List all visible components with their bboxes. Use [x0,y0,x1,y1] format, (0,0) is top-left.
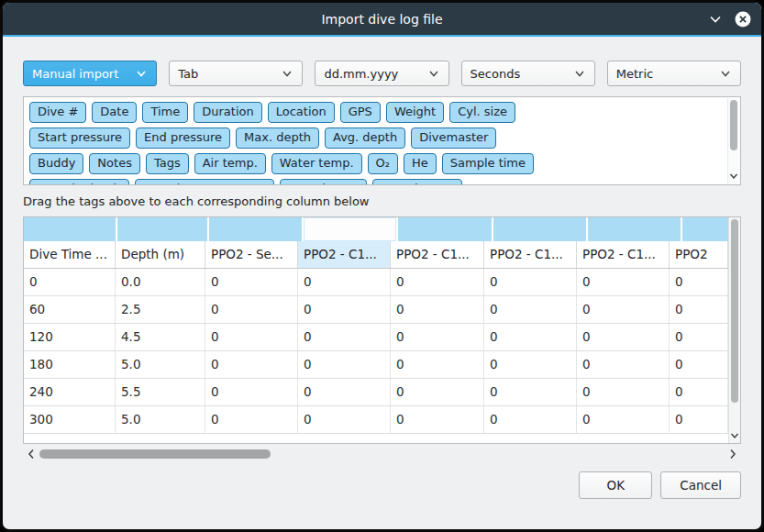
table-cell: 0 [484,406,577,433]
column-dropzone[interactable] [682,217,728,241]
drag-tag[interactable]: Max. depth [236,127,319,149]
column-dropzone[interactable] [304,217,396,241]
table-cell: 0 [298,379,391,405]
duration-format-select[interactable]: Seconds [461,61,595,86]
table-cell: 4.5 [116,324,205,350]
table-body: 00.0000000602.50000001204.50000001805.00… [24,269,728,434]
table-cell: 300 [24,406,116,433]
column-dropzone[interactable] [117,217,207,241]
table-cell: 5.0 [116,351,205,378]
table-row: 2405.5000000 [24,379,728,406]
table-row: 00.0000000 [24,269,728,296]
table-cell: 120 [24,324,116,350]
table-columns-area: Dive Time ...Depth (m)PPO2 - Se...PPO2 -… [24,217,728,443]
table-cell: 0 [391,351,484,378]
table-vscrollbar[interactable] [728,217,740,443]
table-cell: 0 [670,406,728,433]
scroll-right-button[interactable] [726,447,739,461]
table-cell: 0 [670,379,728,405]
chevron-down-icon [573,67,586,80]
scroll-down-button[interactable] [729,429,740,442]
combo-label: dd.mm.yyyy [324,67,398,81]
drag-tag[interactable]: Avg. depth [325,127,405,149]
drag-tag[interactable]: Weight [386,102,444,123]
table-cell: 0.0 [116,269,205,295]
drag-tag[interactable]: Buddy [29,153,83,174]
scrollbar-thumb[interactable] [730,100,737,150]
shade-button[interactable] [708,12,723,27]
table-cell: 0 [298,324,391,350]
column-dropzone[interactable] [24,217,116,241]
ok-button[interactable]: OK [579,471,652,499]
import-options-row: Manual import Tab dd.mm.yyyy Seconds [23,61,741,86]
drag-tag[interactable]: O₂ [368,153,398,174]
column-dropzone[interactable] [209,217,302,241]
scroll-down-button[interactable] [728,170,739,183]
scrollbar-thumb[interactable] [39,449,271,459]
column-header: PPO2 - C1... [484,241,577,268]
drag-tag[interactable]: He [404,153,437,174]
table-cell: 2.5 [116,296,205,323]
cancel-button[interactable]: Cancel [660,471,741,499]
close-button[interactable] [734,10,752,28]
drag-tag[interactable]: Start pressure [29,127,130,149]
scrollbar-thumb[interactable] [731,219,738,403]
titlebar-controls [708,3,752,35]
table-cell: 0 [298,296,391,323]
preview-table: Dive Time ...Depth (m)PPO2 - Se...PPO2 -… [23,216,741,444]
drag-tag[interactable]: Dive # [29,102,86,123]
drag-tag[interactable]: GPS [340,102,381,123]
window-title: Import dive log file [321,12,442,27]
combo-label: Metric [616,67,653,81]
drag-tag[interactable]: Sample temperature [135,179,275,184]
chevron-right-icon [729,449,736,460]
column-dropzone[interactable] [588,217,681,241]
combo-label: Tab [178,67,198,81]
units-select[interactable]: Metric [607,61,741,86]
column-dropzone[interactable] [398,217,492,241]
dialog-content: Manual import Tab dd.mm.yyyy Seconds [3,37,761,529]
table-cell: 0 [577,406,670,433]
table-cell: 240 [24,379,116,405]
tags-scrollbar[interactable] [727,98,739,183]
table-cell: 0 [298,406,391,433]
table-cell: 0 [391,324,484,350]
drag-tag[interactable]: Sample time [442,153,534,174]
drag-tag[interactable]: Tags [146,153,189,174]
table-cell: 0 [670,324,728,350]
dropzone-row [24,217,728,241]
drag-tag[interactable]: Notes [89,153,140,174]
scroll-left-button[interactable] [25,447,38,461]
table-cell: 0 [298,269,391,295]
drag-tag[interactable]: Water temp. [271,153,362,174]
tag-panel: Dive #DateTimeDurationLocationGPSWeightC… [23,96,741,185]
table-cell: 0 [391,379,484,405]
import-mode-select[interactable]: Manual import [23,61,157,86]
drag-tag[interactable]: Sample CNS [372,179,462,184]
column-dropzone[interactable] [493,217,586,241]
table-cell: 5.5 [116,379,205,405]
drag-tag[interactable]: Divemaster [411,127,496,149]
chevron-down-icon [719,67,732,80]
table-hscrollbar[interactable] [23,447,741,461]
table-cell: 0 [484,324,577,350]
drag-tag[interactable]: Time [142,102,188,123]
table-header-row: Dive Time ...Depth (m)PPO2 - Se...PPO2 -… [24,241,728,269]
tag-row: BuddyNotesTagsAir temp.Water temp.O₂HeSa… [29,153,735,174]
table-cell: 5.0 [116,406,205,433]
drag-tag[interactable]: Air temp. [194,153,266,174]
table-cell: 0 [484,379,577,405]
table-cell: 0 [670,351,728,378]
drag-tag[interactable]: Sample pO₂ [280,179,367,184]
drag-tag[interactable]: Cyl. size [449,102,515,123]
drag-tag[interactable]: Duration [194,102,261,123]
table-cell: 0 [670,269,728,295]
date-format-select[interactable]: dd.mm.yyyy [315,61,448,86]
field-separator-select[interactable]: Tab [169,61,303,86]
drag-tag[interactable]: Date [92,102,137,123]
drag-tag[interactable]: Sample depth [29,179,129,184]
column-header: PPO2 [670,241,728,268]
chevron-down-icon [135,67,148,80]
drag-tag[interactable]: Location [268,102,335,123]
drag-tag[interactable]: End pressure [136,127,230,149]
